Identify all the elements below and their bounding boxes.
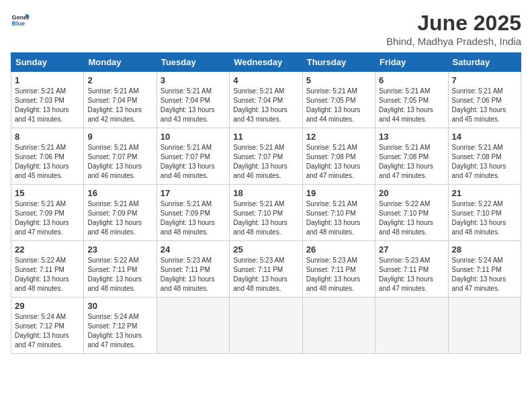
- day-number: 25: [233, 244, 298, 255]
- calendar-cell: [230, 298, 302, 354]
- calendar-cell: 26Sunrise: 5:23 AMSunset: 7:11 PMDayligh…: [302, 241, 375, 298]
- day-number: 30: [87, 301, 152, 311]
- calendar-cell: 19Sunrise: 5:21 AMSunset: 7:10 PMDayligh…: [302, 185, 375, 241]
- day-number: 11: [233, 132, 298, 142]
- day-info: Sunrise: 5:23 AMSunset: 7:11 PMDaylight:…: [161, 256, 226, 293]
- header-row: SundayMondayTuesdayWednesdayThursdayFrid…: [11, 53, 521, 72]
- col-header-thursday: Thursday: [302, 53, 375, 72]
- calendar-cell: 22Sunrise: 5:22 AMSunset: 7:11 PMDayligh…: [11, 241, 84, 298]
- calendar-cell: 8Sunrise: 5:21 AMSunset: 7:06 PMDaylight…: [11, 128, 84, 185]
- calendar-table: SundayMondayTuesdayWednesdayThursdayFrid…: [11, 52, 521, 354]
- day-number: 13: [379, 132, 444, 142]
- day-info: Sunrise: 5:21 AMSunset: 7:09 PMDaylight:…: [87, 199, 152, 237]
- calendar-cell: 5Sunrise: 5:21 AMSunset: 7:05 PMDaylight…: [302, 72, 375, 128]
- calendar-cell: [448, 298, 521, 354]
- calendar-cell: 6Sunrise: 5:21 AMSunset: 7:05 PMDaylight…: [375, 72, 448, 128]
- day-number: 7: [452, 75, 517, 85]
- day-number: 8: [15, 132, 80, 142]
- day-info: Sunrise: 5:21 AMSunset: 7:06 PMDaylight:…: [15, 143, 80, 181]
- calendar-cell: 17Sunrise: 5:21 AMSunset: 7:09 PMDayligh…: [157, 185, 229, 241]
- calendar-cell: 15Sunrise: 5:21 AMSunset: 7:09 PMDayligh…: [11, 185, 84, 241]
- day-number: 23: [87, 244, 152, 255]
- day-info: Sunrise: 5:23 AMSunset: 7:11 PMDaylight:…: [306, 256, 371, 293]
- day-info: Sunrise: 5:24 AMSunset: 7:12 PMDaylight:…: [87, 312, 152, 350]
- calendar-cell: 18Sunrise: 5:21 AMSunset: 7:10 PMDayligh…: [230, 185, 302, 241]
- day-info: Sunrise: 5:21 AMSunset: 7:08 PMDaylight:…: [379, 143, 444, 181]
- day-info: Sunrise: 5:21 AMSunset: 7:07 PMDaylight:…: [161, 143, 226, 181]
- calendar-cell: 2Sunrise: 5:21 AMSunset: 7:04 PMDaylight…: [84, 72, 157, 128]
- calendar-cell: 25Sunrise: 5:23 AMSunset: 7:11 PMDayligh…: [230, 241, 302, 298]
- col-header-monday: Monday: [84, 53, 157, 72]
- calendar-cell: 12Sunrise: 5:21 AMSunset: 7:08 PMDayligh…: [302, 128, 375, 185]
- day-number: 4: [233, 75, 298, 85]
- day-number: 5: [306, 75, 371, 85]
- week-row-5: 29Sunrise: 5:24 AMSunset: 7:12 PMDayligh…: [11, 298, 521, 354]
- day-info: Sunrise: 5:21 AMSunset: 7:08 PMDaylight:…: [452, 143, 517, 181]
- calendar-cell: 24Sunrise: 5:23 AMSunset: 7:11 PMDayligh…: [157, 241, 229, 298]
- day-info: Sunrise: 5:21 AMSunset: 7:08 PMDaylight:…: [306, 143, 371, 181]
- calendar-cell: 10Sunrise: 5:21 AMSunset: 7:07 PMDayligh…: [157, 128, 229, 185]
- location-title: Bhind, Madhya Pradesh, India: [386, 36, 521, 47]
- calendar-cell: 4Sunrise: 5:21 AMSunset: 7:04 PMDaylight…: [230, 72, 302, 128]
- day-info: Sunrise: 5:21 AMSunset: 7:10 PMDaylight:…: [233, 199, 298, 237]
- day-number: 2: [87, 75, 152, 85]
- day-number: 21: [452, 188, 517, 198]
- col-header-friday: Friday: [375, 53, 448, 72]
- day-number: 3: [161, 75, 226, 85]
- day-number: 16: [87, 188, 152, 198]
- day-number: 26: [306, 244, 371, 255]
- week-row-3: 15Sunrise: 5:21 AMSunset: 7:09 PMDayligh…: [11, 185, 521, 241]
- calendar-cell: 9Sunrise: 5:21 AMSunset: 7:07 PMDaylight…: [84, 128, 157, 185]
- day-number: 20: [379, 188, 444, 198]
- calendar-cell: 7Sunrise: 5:21 AMSunset: 7:06 PMDaylight…: [448, 72, 521, 128]
- day-number: 1: [15, 75, 80, 85]
- week-row-2: 8Sunrise: 5:21 AMSunset: 7:06 PMDaylight…: [11, 128, 521, 185]
- calendar-cell: 16Sunrise: 5:21 AMSunset: 7:09 PMDayligh…: [84, 185, 157, 241]
- day-info: Sunrise: 5:21 AMSunset: 7:05 PMDaylight:…: [306, 87, 371, 124]
- day-info: Sunrise: 5:21 AMSunset: 7:06 PMDaylight:…: [452, 87, 517, 124]
- col-header-saturday: Saturday: [448, 53, 521, 72]
- calendar-cell: 20Sunrise: 5:22 AMSunset: 7:10 PMDayligh…: [375, 185, 448, 241]
- day-number: 10: [161, 132, 226, 142]
- day-number: 9: [87, 132, 152, 142]
- day-info: Sunrise: 5:22 AMSunset: 7:10 PMDaylight:…: [379, 199, 444, 237]
- day-number: 28: [452, 244, 517, 255]
- day-info: Sunrise: 5:21 AMSunset: 7:09 PMDaylight:…: [161, 199, 226, 237]
- day-info: Sunrise: 5:23 AMSunset: 7:11 PMDaylight:…: [233, 256, 298, 293]
- day-info: Sunrise: 5:24 AMSunset: 7:12 PMDaylight:…: [15, 312, 80, 350]
- week-row-1: 1Sunrise: 5:21 AMSunset: 7:03 PMDaylight…: [11, 72, 521, 128]
- calendar-cell: 3Sunrise: 5:21 AMSunset: 7:04 PMDaylight…: [157, 72, 229, 128]
- day-info: Sunrise: 5:21 AMSunset: 7:05 PMDaylight:…: [379, 87, 444, 124]
- calendar-cell: 30Sunrise: 5:24 AMSunset: 7:12 PMDayligh…: [84, 298, 157, 354]
- calendar-cell: 28Sunrise: 5:24 AMSunset: 7:11 PMDayligh…: [448, 241, 521, 298]
- svg-text:Blue: Blue: [11, 20, 25, 27]
- day-info: Sunrise: 5:22 AMSunset: 7:11 PMDaylight:…: [15, 256, 80, 293]
- day-info: Sunrise: 5:22 AMSunset: 7:10 PMDaylight:…: [452, 199, 517, 237]
- day-info: Sunrise: 5:21 AMSunset: 7:04 PMDaylight:…: [233, 87, 298, 124]
- day-info: Sunrise: 5:21 AMSunset: 7:04 PMDaylight:…: [87, 87, 152, 124]
- title-area: June 2025 Bhind, Madhya Pradesh, India: [386, 11, 521, 47]
- month-title: June 2025: [386, 11, 521, 36]
- calendar-cell: 11Sunrise: 5:21 AMSunset: 7:07 PMDayligh…: [230, 128, 302, 185]
- day-number: 15: [15, 188, 80, 198]
- header: General Blue June 2025 Bhind, Madhya Pra…: [11, 11, 521, 47]
- calendar-cell: [375, 298, 448, 354]
- day-number: 18: [233, 188, 298, 198]
- day-number: 12: [306, 132, 371, 142]
- day-number: 27: [379, 244, 444, 255]
- day-info: Sunrise: 5:21 AMSunset: 7:10 PMDaylight:…: [306, 199, 371, 237]
- logo-icon: General Blue: [11, 11, 30, 30]
- calendar-cell: 1Sunrise: 5:21 AMSunset: 7:03 PMDaylight…: [11, 72, 84, 128]
- day-number: 19: [306, 188, 371, 198]
- day-info: Sunrise: 5:22 AMSunset: 7:11 PMDaylight:…: [87, 256, 152, 293]
- day-number: 24: [161, 244, 226, 255]
- calendar-cell: 27Sunrise: 5:23 AMSunset: 7:11 PMDayligh…: [375, 241, 448, 298]
- calendar-cell: 23Sunrise: 5:22 AMSunset: 7:11 PMDayligh…: [84, 241, 157, 298]
- week-row-4: 22Sunrise: 5:22 AMSunset: 7:11 PMDayligh…: [11, 241, 521, 298]
- day-number: 29: [15, 301, 80, 311]
- day-info: Sunrise: 5:21 AMSunset: 7:07 PMDaylight:…: [87, 143, 152, 181]
- calendar-cell: 14Sunrise: 5:21 AMSunset: 7:08 PMDayligh…: [448, 128, 521, 185]
- day-info: Sunrise: 5:24 AMSunset: 7:11 PMDaylight:…: [452, 256, 517, 293]
- day-info: Sunrise: 5:21 AMSunset: 7:07 PMDaylight:…: [233, 143, 298, 181]
- col-header-wednesday: Wednesday: [230, 53, 302, 72]
